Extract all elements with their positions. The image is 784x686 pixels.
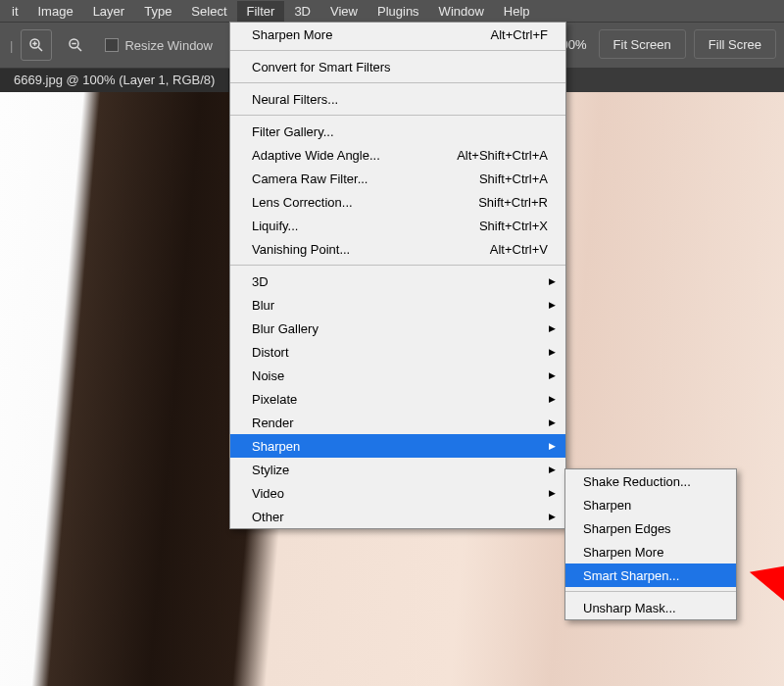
filter-menu-item[interactable]: Filter Gallery... (230, 120, 565, 143)
menu-item-label: Blur (252, 298, 548, 313)
menu-item-shortcut: Shift+Ctrl+A (479, 172, 548, 186)
menu-item-shortcut: Shift+Ctrl+X (479, 219, 548, 233)
magnifier-minus-icon (67, 36, 84, 54)
app-menubar: it Image Layer Type Select Filter 3D Vie… (0, 0, 784, 22)
menu-help[interactable]: Help (494, 1, 540, 22)
menu-item-shortcut: Alt+Shift+Ctrl+A (457, 148, 548, 163)
filter-menu-item[interactable]: Lens Correction...Shift+Ctrl+R (230, 190, 565, 214)
menu-3d[interactable]: 3D (284, 1, 320, 22)
menu-item-label: Noise (252, 368, 548, 383)
filter-menu-item[interactable]: Noise (230, 364, 565, 387)
menu-image[interactable]: Image (28, 1, 83, 22)
sharpen-submenu-item[interactable]: Shake Reduction... (565, 469, 736, 493)
menu-item-label: Distort (252, 345, 548, 360)
menu-item-label: Lens Correction... (252, 195, 478, 210)
menu-plugins[interactable]: Plugins (368, 1, 429, 22)
filter-menu-item[interactable]: Adaptive Wide Angle...Alt+Shift+Ctrl+A (230, 143, 565, 167)
sharpen-submenu: Shake Reduction...SharpenSharpen EdgesSh… (564, 468, 737, 620)
menu-item-label: Camera Raw Filter... (252, 172, 479, 186)
resize-windows-checkbox[interactable] (105, 38, 119, 52)
svg-line-5 (78, 47, 82, 51)
filter-menu-item[interactable]: Convert for Smart Filters (230, 55, 565, 78)
menu-item-label: Other (252, 510, 548, 524)
options-bar-right: 100% Fit Screen Fill Scree (554, 22, 776, 67)
menu-item-label: Blur Gallery (252, 321, 548, 336)
menu-view[interactable]: View (320, 1, 368, 22)
sharpen-submenu-item[interactable]: Smart Sharpen... (565, 564, 736, 587)
filter-menu-item[interactable]: Vanishing Point...Alt+Ctrl+V (230, 237, 565, 261)
resize-windows-label: Resize Window (124, 38, 213, 53)
menu-item-label: Pixelate (252, 392, 548, 407)
menu-item-label: Video (252, 486, 548, 501)
sharpen-submenu-item[interactable]: Sharpen More (565, 540, 736, 564)
menu-item-label: Neural Filters... (252, 92, 548, 107)
menu-item-label: 3D (252, 274, 548, 289)
menu-item-label: Render (252, 416, 548, 430)
menu-filter[interactable]: Filter (237, 1, 285, 22)
fit-screen-button[interactable]: Fit Screen (599, 29, 686, 59)
menu-window[interactable]: Window (429, 1, 494, 22)
filter-menu-item[interactable]: Neural Filters... (230, 87, 565, 111)
menu-item-label: Sharpen More (252, 27, 490, 42)
menu-item-label: Liquify... (252, 219, 479, 233)
filter-menu-item[interactable]: Sharpen MoreAlt+Ctrl+F (230, 23, 565, 46)
menu-item-label: Stylize (252, 463, 548, 477)
sharpen-submenu-item[interactable]: Unsharp Mask... (565, 596, 736, 619)
menu-item-shortcut: Shift+Ctrl+R (478, 195, 548, 210)
fill-screen-button[interactable]: Fill Scree (694, 29, 776, 59)
menu-item-label: Vanishing Point... (252, 242, 490, 257)
sharpen-submenu-item[interactable]: Sharpen (565, 493, 736, 516)
menu-item-label: Convert for Smart Filters (252, 60, 548, 74)
magnifier-plus-icon (27, 36, 45, 54)
filter-menu-item[interactable]: Distort (230, 340, 565, 364)
zoom-out-button[interactable] (60, 29, 91, 61)
menu-item-shortcut: Alt+Ctrl+V (490, 242, 548, 257)
filter-menu-item[interactable]: Sharpen (230, 434, 565, 458)
filter-menu-item[interactable]: Other (230, 505, 565, 528)
filter-menu-item[interactable]: Camera Raw Filter...Shift+Ctrl+A (230, 167, 565, 190)
filter-menu-item[interactable]: 3D (230, 270, 565, 293)
sharpen-submenu-item[interactable]: Sharpen Edges (565, 516, 736, 540)
menu-item-shortcut: Alt+Ctrl+F (490, 27, 548, 42)
filter-menu-item[interactable]: Stylize (230, 458, 565, 481)
filter-menu-dropdown: Sharpen MoreAlt+Ctrl+FConvert for Smart … (229, 22, 566, 529)
menu-item-label: Sharpen (252, 439, 548, 454)
resize-windows-option[interactable]: Resize Window (105, 38, 213, 53)
menu-edit-partial[interactable]: it (2, 1, 28, 22)
menu-item-label: Adaptive Wide Angle... (252, 148, 457, 163)
filter-menu-item[interactable]: Liquify...Shift+Ctrl+X (230, 214, 565, 237)
menu-item-label: Filter Gallery... (252, 124, 548, 139)
menu-type[interactable]: Type (134, 1, 181, 22)
menu-layer[interactable]: Layer (83, 1, 135, 22)
svg-line-1 (39, 47, 43, 51)
document-tab[interactable]: 6669.jpg @ 100% (Layer 1, RGB/8) (0, 67, 229, 92)
zoom-in-button[interactable] (21, 29, 52, 61)
filter-menu-item[interactable]: Blur Gallery (230, 317, 565, 340)
filter-menu-item[interactable]: Pixelate (230, 387, 565, 411)
filter-menu-item[interactable]: Blur (230, 293, 565, 317)
filter-menu-item[interactable]: Render (230, 411, 565, 434)
menu-select[interactable]: Select (181, 1, 236, 22)
divider-icon: | (10, 38, 13, 53)
filter-menu-item[interactable]: Video (230, 481, 565, 505)
